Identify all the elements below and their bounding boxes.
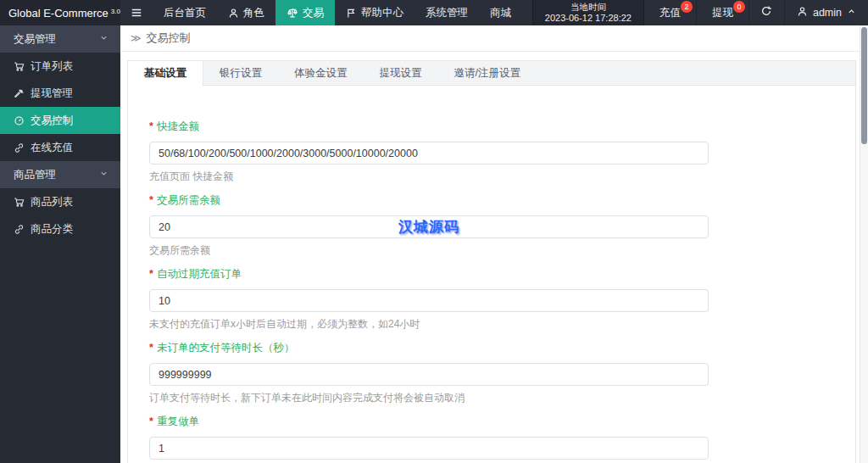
sidebar-group-product-management[interactable]: 商品管理 <box>0 161 120 188</box>
user-icon <box>797 6 808 20</box>
nav-item-system[interactable]: 系统管理 <box>415 0 479 25</box>
quick-amount-input[interactable] <box>149 142 709 165</box>
form-field-payment-wait-time: *未订单的支付等待时长（秒） 订单支付等待时长，新下订单未在此时间内容完成支付将… <box>149 341 709 404</box>
withdraw-label: 提现 <box>712 6 733 20</box>
withdraw-badge: 0 <box>733 1 745 13</box>
nav-label: 交易 <box>303 6 324 20</box>
refresh-icon <box>760 5 772 20</box>
sidebar-item-product-list[interactable]: 商品列表 <box>0 188 120 215</box>
hamburger-icon <box>131 7 142 19</box>
username: admin <box>813 7 842 19</box>
nav-label: 角色 <box>243 6 264 20</box>
nav-label: 帮助中心 <box>361 6 403 20</box>
breadcrumb-label: 交易控制 <box>147 31 191 46</box>
field-label: *重复做单 <box>149 415 709 429</box>
tab-bank-settings[interactable]: 银行设置 <box>203 61 278 85</box>
user-menu[interactable]: admin <box>785 0 868 25</box>
field-hint: 交易所需余额 <box>149 244 709 256</box>
field-hint: 订单支付等待时长，新下订单未在此时间内容完成支付将会被自动取消 <box>149 392 709 404</box>
recharge-notifications[interactable]: 充值 2 <box>644 0 697 25</box>
app-version: 3.0 <box>111 8 120 15</box>
sidebar-item-label: 在线充值 <box>31 141 73 155</box>
chevron-down-icon <box>99 169 108 181</box>
form-field-quick-amount: *快捷金额 充值页面 快捷金额 <box>149 120 709 182</box>
sidebar-item-product-category[interactable]: 商品分类 <box>0 215 120 243</box>
scale-icon <box>287 7 298 19</box>
refresh-button[interactable] <box>749 0 785 25</box>
sidebar-item-label: 订单列表 <box>31 59 73 74</box>
recharge-label: 充值 <box>659 6 681 20</box>
form-field-auto-expire-order: *自动过期充值订单 未支付的充值订单x小时后自动过期，必须为整数，如24小时 <box>149 267 709 330</box>
field-label: *自动过期充值订单 <box>149 267 709 282</box>
sidebar-item-label: 商品列表 <box>31 195 73 209</box>
main-content: ≫ 交易控制 基础设置 银行设置 体验金设置 提现设置 邀请/注册设置 *快捷金… <box>120 25 868 463</box>
sidebar-group-label: 商品管理 <box>14 168 56 182</box>
nav-label: 系统管理 <box>426 6 468 20</box>
scrollbar-thumb[interactable] <box>861 27 867 144</box>
breadcrumb: ≫ 交易控制 <box>120 25 868 52</box>
sidebar-item-online-recharge[interactable]: 在线充值 <box>0 134 120 161</box>
app-logo: Global E-Commerce3.0 <box>0 0 120 25</box>
gauge-icon <box>14 115 25 126</box>
required-mark: * <box>149 120 153 132</box>
nav-label: 后台首页 <box>164 6 206 20</box>
local-time: 当地时间 2023-06-12 17:28:22 <box>532 0 644 25</box>
tab-basic-settings[interactable]: 基础设置 <box>128 61 203 86</box>
sidebar-item-withdraw-management[interactable]: 提现管理 <box>0 80 120 107</box>
required-balance-input[interactable] <box>149 215 709 238</box>
required-mark: * <box>149 194 153 206</box>
link-icon <box>14 142 25 153</box>
tab-invite-register-settings[interactable]: 邀请/注册设置 <box>438 61 537 85</box>
app-title: Global E-Commerce <box>8 7 108 20</box>
nav-label: 商城 <box>490 6 511 20</box>
sidebar-group-trade-management[interactable]: 交易管理 <box>0 25 120 53</box>
nav-item-dashboard[interactable]: 后台首页 <box>153 0 217 25</box>
settings-card: 基础设置 银行设置 体验金设置 提现设置 邀请/注册设置 *快捷金额 充值页面 … <box>127 60 856 463</box>
field-label: *交易所需余额 <box>149 193 709 208</box>
sidebar-item-label: 提现管理 <box>31 86 73 101</box>
gavel-icon <box>14 88 25 99</box>
form-field-required-balance: *交易所需余额 交易所需余额 <box>149 193 709 256</box>
tab-withdraw-settings[interactable]: 提现设置 <box>364 61 438 85</box>
chevron-up-icon <box>847 7 856 19</box>
chevron-down-icon <box>99 33 108 45</box>
sidebar: 交易管理 订单列表 提现管理 交易控制 在线充值 商品管理 <box>0 25 120 463</box>
form-field-repeat-order: *重复做单 0=不允许，1=允许，如果昨天用户做了VIP1级别的单，那么他今天就… <box>149 415 709 463</box>
field-hint: 充值页面 快捷金额 <box>149 170 709 182</box>
nav-item-roles[interactable]: 角色 <box>217 0 275 25</box>
local-time-value: 2023-06-12 17:28:22 <box>545 13 632 24</box>
repeat-order-input[interactable] <box>149 437 709 460</box>
cart-icon <box>14 197 25 208</box>
link-icon <box>14 224 25 235</box>
required-mark: * <box>149 342 153 354</box>
local-time-label: 当地时间 <box>570 2 606 13</box>
required-mark: * <box>149 416 153 427</box>
sidebar-toggle-button[interactable] <box>120 0 153 25</box>
sidebar-item-label: 商品分类 <box>31 222 73 237</box>
tab-trial-fund-settings[interactable]: 体验金设置 <box>278 61 364 85</box>
breadcrumb-separator: ≫ <box>131 32 142 44</box>
sidebar-group-label: 交易管理 <box>14 32 56 47</box>
nav-item-mall[interactable]: 商城 <box>479 0 522 25</box>
topbar-spacer <box>522 0 532 25</box>
auto-expire-order-input[interactable] <box>149 289 709 312</box>
sidebar-item-label: 交易控制 <box>31 114 73 128</box>
page-scrollbar[interactable] <box>860 25 868 463</box>
payment-wait-time-input[interactable] <box>149 363 709 386</box>
top-navbar: Global E-Commerce3.0 后台首页 角色 交易 帮助中心 系统管… <box>0 0 868 25</box>
withdraw-notifications[interactable]: 提现 0 <box>697 0 749 25</box>
nav-item-help-center[interactable]: 帮助中心 <box>335 0 415 25</box>
basic-settings-form: *快捷金额 充值页面 快捷金额 *交易所需余额 交易所需余额 *自动过期充值订单… <box>128 86 709 463</box>
recharge-badge: 2 <box>681 1 693 13</box>
sidebar-item-order-list[interactable]: 订单列表 <box>0 53 120 80</box>
sidebar-item-trade-control[interactable]: 交易控制 <box>0 107 120 134</box>
required-mark: * <box>149 268 153 280</box>
field-label: *快捷金额 <box>149 120 709 134</box>
field-label: *未订单的支付等待时长（秒） <box>149 341 709 355</box>
person-icon <box>228 8 239 19</box>
field-hint: 未支付的充值订单x小时后自动过期，必须为整数，如24小时 <box>149 318 709 330</box>
nav-item-trade[interactable]: 交易 <box>275 0 335 25</box>
tabs-bar: 基础设置 银行设置 体验金设置 提现设置 邀请/注册设置 <box>128 61 855 86</box>
flag-icon <box>346 8 357 19</box>
cart-icon <box>14 61 25 72</box>
